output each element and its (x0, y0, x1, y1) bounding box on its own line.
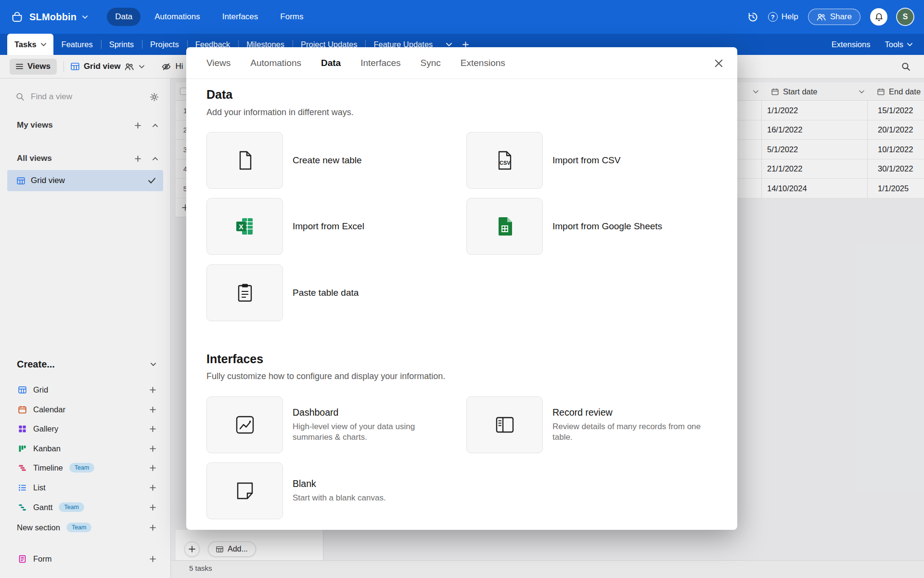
card-title: Blank (293, 478, 386, 489)
share-label: Share (830, 12, 852, 22)
card-import-from-google-sheets[interactable]: Import from Google Sheets (466, 198, 662, 255)
tab-tasks-label: Tasks (14, 40, 37, 49)
data-section-title: Data (206, 88, 232, 102)
dashboard-icon (206, 396, 283, 453)
help-label: Help (782, 12, 798, 22)
dialog-tab-extensions[interactable]: Extensions (461, 58, 505, 68)
card-label: Create new table (293, 155, 362, 166)
close-icon[interactable] (712, 57, 725, 69)
svg-text:X: X (239, 223, 244, 231)
card-description: High-level view of your data using summa… (293, 421, 442, 443)
interfaces-section-subtitle: Fully customize how to configure and dis… (206, 371, 445, 381)
tabbar-right: Extensions Tools (832, 34, 924, 55)
tab-tasks-chevron-down-icon[interactable] (41, 43, 46, 46)
extensions-button[interactable]: Extensions (832, 40, 871, 49)
new-table-icon (206, 132, 283, 189)
card-import-from-excel[interactable]: X Import from Excel (206, 198, 364, 255)
notifications-button[interactable] (870, 8, 887, 26)
dialog-tab-automations[interactable]: Automations (250, 58, 301, 68)
add-content-dialog: Views Automations Data Interfaces Sync E… (186, 47, 737, 530)
dialog-tab-interfaces[interactable]: Interfaces (360, 58, 400, 68)
interfaces-section-title: Interfaces (206, 352, 263, 366)
card-label: Paste table data (293, 288, 359, 298)
blank-icon (206, 462, 283, 519)
card-paste-table-data[interactable]: Paste table data (206, 264, 359, 321)
card-description: Start with a blank canvas. (293, 493, 386, 503)
data-section-subtitle: Add your information in different ways. (206, 107, 354, 118)
people-icon (817, 13, 826, 21)
dialog-tab-sync[interactable]: Sync (421, 58, 441, 68)
top-nav-automations[interactable]: Automations (146, 8, 208, 26)
dialog-tabs: Views Automations Data Interfaces Sync E… (186, 47, 737, 79)
help-icon: ? (768, 12, 778, 22)
card-record-review[interactable]: Record review Review details of many rec… (466, 396, 702, 453)
csv-icon: CSV (466, 132, 543, 189)
top-nav-interfaces[interactable]: Interfaces (214, 8, 267, 26)
card-label: Import from CSV (552, 155, 620, 166)
top-right-actions: ? Help Share S (747, 8, 913, 26)
workspace-logo-icon (11, 11, 24, 24)
tab-sprints[interactable]: Sprints (101, 34, 142, 55)
tools-label: Tools (885, 40, 903, 49)
avatar[interactable]: S (897, 9, 913, 25)
tab-tasks[interactable]: Tasks (7, 34, 53, 55)
tools-chevron-down-icon (907, 43, 912, 46)
excel-icon: X (206, 198, 283, 255)
tab-features[interactable]: Features (53, 34, 101, 55)
help-button[interactable]: ? Help (768, 12, 798, 22)
top-nav-data[interactable]: Data (107, 8, 141, 26)
dialog-tab-views[interactable]: Views (206, 58, 231, 68)
dialog-tab-data[interactable]: Data (321, 58, 341, 68)
top-bar: SLMobbin Data Automations Interfaces For… (0, 0, 924, 34)
card-dashboard[interactable]: Dashboard High-level view of your data u… (206, 396, 442, 453)
tab-projects[interactable]: Projects (142, 34, 187, 55)
svg-text:CSV: CSV (500, 160, 511, 166)
record-review-icon (466, 396, 543, 453)
workspace-name: SLMobbin (29, 12, 77, 23)
card-label: Import from Excel (293, 221, 364, 232)
card-blank[interactable]: Blank Start with a blank canvas. (206, 462, 386, 519)
top-nav-forms[interactable]: Forms (272, 8, 311, 26)
tools-button[interactable]: Tools (885, 40, 912, 49)
workspace-brand[interactable]: SLMobbin (11, 11, 88, 24)
paste-icon (206, 264, 283, 321)
workspace-chevron-down-icon[interactable] (82, 15, 88, 19)
bell-icon (874, 13, 884, 22)
share-button[interactable]: Share (808, 9, 860, 25)
google-sheets-icon (466, 198, 543, 255)
card-title: Dashboard (293, 407, 442, 418)
history-icon[interactable] (747, 12, 758, 23)
card-description: Review details of many records from one … (552, 421, 702, 443)
card-create-new-table[interactable]: Create new table (206, 132, 362, 189)
app-screen: SLMobbin Data Automations Interfaces For… (0, 0, 924, 578)
card-import-from-csv[interactable]: CSV Import from CSV (466, 132, 620, 189)
card-title: Record review (552, 407, 702, 418)
card-label: Import from Google Sheets (552, 221, 662, 232)
top-nav: Data Automations Interfaces Forms (107, 8, 311, 26)
